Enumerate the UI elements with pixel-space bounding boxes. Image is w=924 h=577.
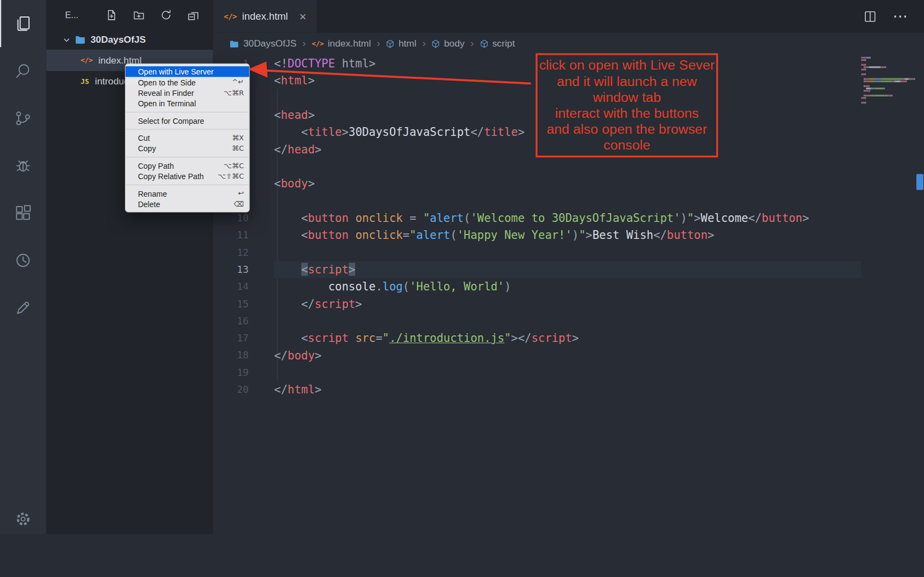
code-line-15[interactable]: 15 </script> <box>213 295 862 312</box>
folder-root-30daysofjs[interactable]: 30DaysOfJS <box>46 30 213 50</box>
refresh-icon[interactable] <box>161 9 172 21</box>
menu-item-delete[interactable]: Delete⌫ <box>126 199 249 209</box>
code-text <box>274 364 861 381</box>
code-text <box>274 192 861 209</box>
activity-explorer-icon[interactable] <box>0 0 46 47</box>
line-number[interactable]: 13 <box>213 261 249 278</box>
code-line-13[interactable]: 13 <script> <box>213 261 862 278</box>
code-text: console.log('Hello, World') <box>274 278 861 295</box>
activity-settings-icon[interactable] <box>0 495 46 534</box>
code-line-20[interactable]: 20</html> <box>213 381 862 398</box>
minimap-line <box>862 102 916 104</box>
root-folder-label: 30DaysOfJS <box>90 35 146 45</box>
minimap-line <box>862 97 916 99</box>
minimap-line <box>862 81 916 82</box>
code-line-16[interactable]: 16 <box>213 312 862 329</box>
minimap-line <box>862 90 916 92</box>
menu-item-copy[interactable]: Copy⌘C <box>126 143 249 153</box>
code-line-14[interactable]: 14 console.log('Hello, World') <box>213 278 862 295</box>
annotation-line: and also open the browser <box>538 121 716 137</box>
breadcrumb-body[interactable]: body <box>432 38 465 49</box>
minimap-line <box>862 83 916 84</box>
code-line-7[interactable]: 7 <box>213 158 862 175</box>
code-text: <script> <box>274 261 861 278</box>
new-file-icon[interactable] <box>106 9 117 21</box>
tab-index-html[interactable]: </> index.html × <box>213 0 318 32</box>
menu-item-reveal-in-finder[interactable]: Reveal in Finder⌥⌘R <box>126 88 249 98</box>
menu-item-open-with-live-server[interactable]: Open with Live Server <box>126 66 249 77</box>
activity-extensions-icon[interactable] <box>0 190 46 237</box>
line-number[interactable]: 12 <box>213 244 249 261</box>
minimap-line <box>862 85 916 87</box>
minimap-line <box>862 61 916 63</box>
new-folder-icon[interactable] <box>133 9 145 21</box>
code-line-8[interactable]: 8<body> <box>213 175 862 192</box>
breadcrumb: 30DaysOfJS›</>index.html›html›body›scrip… <box>213 32 924 55</box>
vscode-window: E... 30DaysOfJS </>index.htmlJSintroduct… <box>0 0 924 534</box>
split-editor-icon[interactable] <box>864 10 876 22</box>
menu-item-shortcut: ⌫ <box>234 200 244 208</box>
code-text: </script> <box>274 295 861 312</box>
menu-item-select-for-compare[interactable]: Select for Compare <box>126 116 249 126</box>
line-number[interactable]: 11 <box>213 227 249 244</box>
code-line-9[interactable]: 9 <box>213 192 862 209</box>
menu-item-label: Copy <box>138 144 156 153</box>
code-text: <body> <box>274 175 861 192</box>
context-menu: Open with Live ServerOpen to the Side^↵R… <box>125 64 250 213</box>
line-number[interactable]: 18 <box>213 347 249 364</box>
code-line-10[interactable]: 10 <button onclick = "alert('Welcome to … <box>213 209 862 226</box>
activity-source-control-icon[interactable] <box>0 95 46 142</box>
code-text: </body> <box>274 347 861 364</box>
breadcrumb-html[interactable]: html <box>386 38 417 49</box>
code-line-17[interactable]: 17 <script src="./introduction.js"></scr… <box>213 330 862 347</box>
menu-item-label: Copy Relative Path <box>138 172 204 181</box>
activity-search-icon[interactable] <box>0 47 46 94</box>
close-icon[interactable]: × <box>299 10 306 22</box>
menu-item-copy-path[interactable]: Copy Path⌥⌘C <box>126 161 249 171</box>
line-number[interactable]: 14 <box>213 278 249 295</box>
menu-item-cut[interactable]: Cut⌘X <box>126 133 249 143</box>
activity-bar-top <box>0 0 46 332</box>
minimap-line <box>862 66 916 68</box>
activity-live-server-icon[interactable] <box>0 284 46 331</box>
code-line-18[interactable]: 18</body> <box>213 347 862 364</box>
menu-separator <box>126 185 249 185</box>
line-number[interactable]: 15 <box>213 295 249 312</box>
annotation-box: click on open with Live Severand it will… <box>535 53 718 157</box>
annotation-line: interact with the buttons <box>538 105 716 121</box>
code-line-12[interactable]: 12 <box>213 244 862 261</box>
codefile-icon: </> <box>81 56 93 65</box>
line-number[interactable]: 17 <box>213 330 249 347</box>
menu-separator <box>126 112 249 112</box>
line-number[interactable]: 19 <box>213 364 249 381</box>
code-line-19[interactable]: 19 <box>213 364 862 381</box>
breadcrumb-30daysofjs[interactable]: 30DaysOfJS <box>230 38 296 49</box>
menu-item-open-to-the-side[interactable]: Open to the Side^↵ <box>126 77 249 87</box>
menu-item-copy-relative-path[interactable]: Copy Relative Path⌥⇧⌘C <box>126 171 249 181</box>
symbol-icon <box>480 39 488 48</box>
line-number[interactable]: 20 <box>213 381 249 398</box>
menu-item-label: Open in Terminal <box>138 99 196 108</box>
line-number[interactable]: 16 <box>213 312 249 329</box>
activity-history-icon[interactable] <box>0 237 46 284</box>
minimap-line <box>862 88 916 89</box>
explorer-title: E... <box>65 10 78 20</box>
breadcrumb-index-html[interactable]: </>index.html <box>312 38 371 49</box>
minimap-line <box>862 64 916 66</box>
collapse-all-icon[interactable] <box>187 9 199 21</box>
activity-run-debug-icon[interactable] <box>0 142 46 189</box>
activity-bar <box>0 0 46 534</box>
chevron-right-icon: › <box>423 38 426 50</box>
minimap-line <box>862 76 916 77</box>
code-text: <button onclick = "alert('Welcome to 30D… <box>274 209 861 226</box>
overview-ruler-mark <box>916 174 923 190</box>
minimap[interactable] <box>862 57 916 104</box>
breadcrumb-script[interactable]: script <box>480 38 515 49</box>
menu-separator <box>126 129 249 129</box>
more-actions-icon[interactable]: ⋯ <box>893 7 909 25</box>
code-line-11[interactable]: 11 <button onclick="alert('Happy New Yea… <box>213 227 862 244</box>
menu-item-open-in-terminal[interactable]: Open in Terminal <box>126 98 249 108</box>
code-text: </html> <box>274 381 861 398</box>
tab-label: index.html <box>242 10 288 22</box>
menu-item-rename[interactable]: Rename↩ <box>126 188 249 198</box>
